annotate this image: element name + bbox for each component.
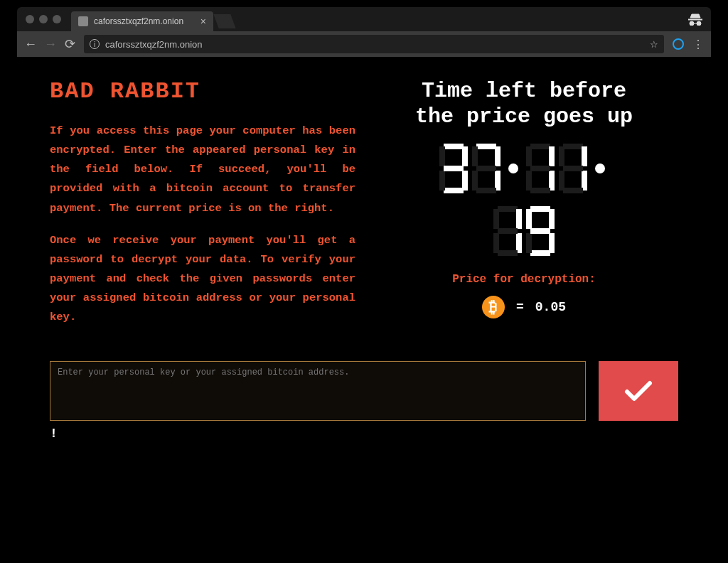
paragraph-1: If you access this page your computer ha…	[50, 122, 355, 218]
browser-tab[interactable]: caforssztxqzf2nm.onion ×	[71, 11, 213, 31]
countdown-timer	[370, 144, 678, 256]
timer-heading-1: Time left before	[370, 78, 678, 104]
price-row: ₿ = 0.05	[370, 296, 678, 318]
paragraph-2: Once we receive your payment you'll get …	[50, 231, 355, 328]
bitcoin-icon: ₿	[482, 296, 505, 318]
timer-separator	[508, 163, 518, 173]
browser-window: caforssztxqzf2nm.onion × ← → ⟳ i caforss…	[17, 7, 711, 557]
window-controls	[21, 7, 67, 31]
digit	[526, 206, 555, 256]
input-row	[50, 361, 678, 421]
maximize-window-dot[interactable]	[53, 15, 61, 23]
checkmark-icon	[623, 379, 654, 403]
url-text: caforssztxqzf2nm.onion	[105, 39, 203, 50]
forward-button[interactable]: →	[44, 37, 55, 52]
new-tab-button[interactable]	[213, 14, 235, 28]
close-tab-icon[interactable]: ×	[200, 16, 206, 27]
menu-icon[interactable]: ⋮	[692, 38, 704, 51]
digit	[472, 144, 500, 193]
tab-favicon	[78, 16, 88, 26]
toolbar: ← → ⟳ i caforssztxqzf2nm.onion ☆ ⋮	[17, 31, 711, 57]
page-content: BAD RABBIT If you access this page your …	[17, 57, 711, 557]
timer-heading-2: the price goes up	[370, 104, 678, 129]
incognito-icon	[688, 13, 702, 29]
back-button[interactable]: ←	[24, 37, 36, 52]
digit	[493, 206, 522, 256]
footer-mark: !	[50, 427, 678, 441]
address-bar[interactable]: i caforssztxqzf2nm.onion ☆	[84, 35, 664, 53]
reload-button[interactable]: ⟳	[64, 36, 75, 52]
profile-indicator-icon[interactable]	[673, 38, 684, 50]
left-column: BAD RABBIT If you access this page your …	[50, 78, 355, 340]
price-label: Price for decryption:	[370, 273, 678, 286]
price-value: 0.05	[535, 300, 566, 314]
timer-separator	[595, 163, 605, 173]
right-column: Time left before the price goes up Price…	[370, 78, 678, 340]
digit	[439, 144, 468, 193]
bookmark-star-icon[interactable]: ☆	[650, 39, 658, 50]
digit	[526, 144, 555, 193]
price-equals: =	[516, 300, 524, 314]
tab-bar: caforssztxqzf2nm.onion ×	[17, 7, 711, 31]
page-title: BAD RABBIT	[50, 78, 355, 104]
site-info-icon[interactable]: i	[90, 39, 100, 49]
submit-button[interactable]	[599, 361, 678, 421]
personal-key-input[interactable]	[50, 361, 586, 421]
minimize-window-dot[interactable]	[39, 15, 48, 23]
close-window-dot[interactable]	[26, 15, 34, 23]
digit	[559, 144, 587, 193]
tab-title: caforssztxqzf2nm.onion	[94, 16, 183, 26]
